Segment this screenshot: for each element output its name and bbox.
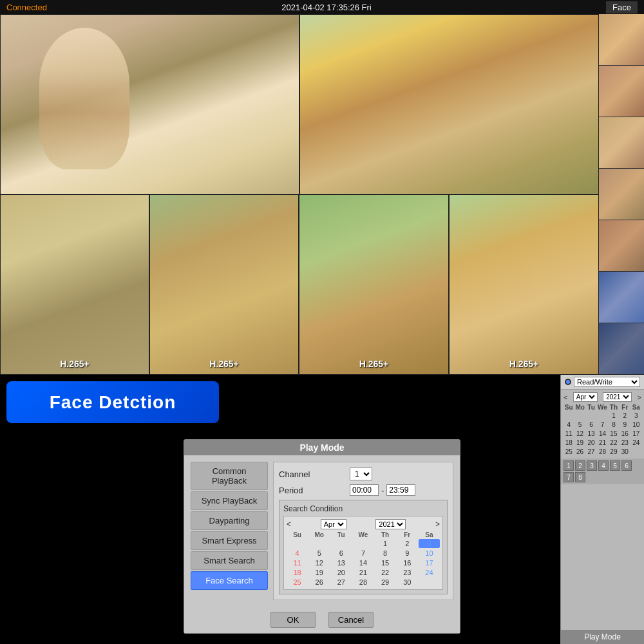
search-condition-label: Search Condition	[283, 504, 443, 513]
video-cell-4[interactable]: H.265+	[149, 194, 299, 375]
dialog-content: Channel 1234 Period - Search Condition	[273, 462, 453, 600]
dialog-buttons: OK Cancel	[184, 607, 460, 633]
cal-day-15[interactable]: 15	[375, 558, 396, 567]
menu-sync-playback[interactable]: Sync PlayBack	[191, 491, 268, 510]
video-cell-5[interactable]: H.265+	[299, 194, 449, 375]
channel-row: Channel 1234	[279, 468, 448, 480]
face-thumb-1[interactable]	[599, 14, 644, 66]
menu-common-playback[interactable]: Common PlayBack	[191, 462, 268, 490]
search-condition-box: Search Condition < Apr 2021 >	[279, 500, 448, 594]
top-bar: Connected 2021-04-02 17:35:26 Fri Face	[0, 0, 644, 14]
play-num-4[interactable]: 4	[598, 460, 609, 471]
rpl-cal-nav: < Apr 2021 >	[564, 392, 641, 402]
cal-prev-btn[interactable]: <	[287, 520, 291, 529]
cal-day-17[interactable]: 17	[419, 558, 440, 567]
cal-day-30[interactable]: 30	[397, 578, 418, 587]
face-thumb-7[interactable]	[599, 323, 644, 375]
play-num-1[interactable]: 1	[564, 460, 574, 471]
cal-day-13[interactable]: 13	[330, 558, 352, 567]
ok-button[interactable]: OK	[270, 612, 316, 628]
cal-day-24[interactable]: 24	[419, 568, 440, 577]
rpl-cal-grid: SuMoTuWeThFrSa 123 45678910 111213141516…	[564, 404, 641, 456]
rpl-cal-prev[interactable]: <	[564, 393, 567, 401]
video-cell-1[interactable]	[0, 14, 299, 194]
datetime-display: 2021-04-02 17:35:26 Fri	[281, 3, 371, 12]
channel-select[interactable]: 1234	[350, 468, 372, 480]
cal-day-23[interactable]: 23	[397, 568, 418, 577]
rpl-play-mode-label: Play Mode	[561, 630, 644, 644]
lower-half: Face Detction Play Mode Common PlayBack …	[0, 375, 644, 644]
cal-day-4[interactable]: 4	[287, 549, 308, 558]
face-thumb-2[interactable]	[599, 66, 644, 117]
cal-day-28[interactable]: 28	[352, 578, 374, 587]
rpl-calendar: < Apr 2021 > SuMoTuWeThFrSa 123 45678910…	[561, 390, 644, 459]
face-tab[interactable]: Face	[606, 1, 638, 14]
face-thumb-4[interactable]	[599, 169, 644, 220]
menu-face-search[interactable]: Face Search	[191, 571, 268, 590]
video-grid: H.265+ H.265+ H.265+ H.265+	[0, 14, 599, 375]
day-header-mo: Mo	[308, 531, 330, 538]
cal-day-3[interactable]: 3	[419, 539, 440, 548]
right-panel-lower: Read/Write < Apr 2021 > SuMoTuWeThFrSa 1…	[560, 375, 644, 644]
video-cell-6[interactable]: H.265+	[449, 194, 599, 375]
rpl-month-select[interactable]: Apr	[573, 392, 598, 402]
face-thumb-5[interactable]	[599, 220, 644, 272]
face-thumb-6[interactable]	[599, 272, 644, 323]
cal-day-11[interactable]: 11	[287, 558, 308, 567]
cal-day-12[interactable]: 12	[308, 558, 330, 567]
cal-year-select[interactable]: 2021	[375, 519, 406, 529]
cal-day-22[interactable]: 22	[375, 568, 396, 577]
day-header-tu: Tu	[330, 531, 352, 538]
cal-day-16[interactable]: 16	[397, 558, 418, 567]
cal-day-1[interactable]: 1	[375, 539, 396, 548]
read-write-select[interactable]: Read/Write	[574, 377, 640, 387]
period-separator: -	[381, 486, 384, 495]
cal-day-7[interactable]: 7	[352, 549, 374, 558]
cal-next-btn[interactable]: >	[435, 520, 440, 529]
cal-header: < Apr 2021 >	[287, 519, 440, 529]
day-header-we: We	[352, 531, 374, 538]
cal-day-14[interactable]: 14	[352, 558, 374, 567]
cal-day-20[interactable]: 20	[330, 568, 352, 577]
rpl-play-numbers: 1 2 3 4 5 6 7 8	[561, 459, 644, 484]
cal-day-21[interactable]: 21	[352, 568, 374, 577]
cal-day-19[interactable]: 19	[308, 568, 330, 577]
cal-day-18[interactable]: 18	[287, 568, 308, 577]
period-label: Period	[279, 486, 350, 495]
play-num-8[interactable]: 8	[575, 472, 585, 482]
read-write-radio[interactable]	[565, 379, 571, 385]
codec-label-5: H.265+	[359, 359, 389, 369]
cal-day-9[interactable]: 9	[397, 549, 418, 558]
face-thumb-3[interactable]	[599, 117, 644, 169]
cal-month-select[interactable]: Apr	[321, 519, 346, 529]
cal-day-10[interactable]: 10	[419, 549, 440, 558]
cal-day-8[interactable]: 8	[375, 549, 396, 558]
cal-day-25[interactable]: 25	[287, 578, 308, 587]
cal-day-2[interactable]: 2	[397, 539, 418, 548]
play-num-3[interactable]: 3	[587, 460, 597, 471]
play-num-6[interactable]: 6	[621, 460, 632, 471]
period-end[interactable]	[386, 484, 415, 496]
rpl-header: Read/Write	[561, 375, 644, 390]
cal-day-29[interactable]: 29	[375, 578, 396, 587]
video-cell-2[interactable]	[299, 14, 599, 194]
cal-day-6[interactable]: 6	[330, 549, 352, 558]
period-start[interactable]	[350, 484, 379, 496]
rpl-year-select[interactable]: 2021	[603, 392, 632, 402]
cal-day-5[interactable]: 5	[308, 549, 330, 558]
play-num-7[interactable]: 7	[564, 472, 574, 482]
menu-smart-search[interactable]: Smart Search	[191, 551, 268, 570]
rpl-cal-next[interactable]: >	[638, 393, 641, 401]
menu-dayparting[interactable]: Dayparting	[191, 511, 268, 530]
play-num-5[interactable]: 5	[610, 460, 620, 471]
play-num-2[interactable]: 2	[575, 460, 585, 471]
day-header-sa: Sa	[419, 531, 440, 538]
cal-day-empty3	[330, 539, 352, 548]
cal-day-26[interactable]: 26	[308, 578, 330, 587]
cal-day-empty2	[308, 539, 330, 548]
cancel-button[interactable]: Cancel	[328, 612, 374, 628]
video-cell-3[interactable]: H.265+	[0, 194, 149, 375]
cal-day-27[interactable]: 27	[330, 578, 352, 587]
face-sidebar	[599, 14, 644, 375]
menu-smart-express[interactable]: Smart Express	[191, 531, 268, 550]
